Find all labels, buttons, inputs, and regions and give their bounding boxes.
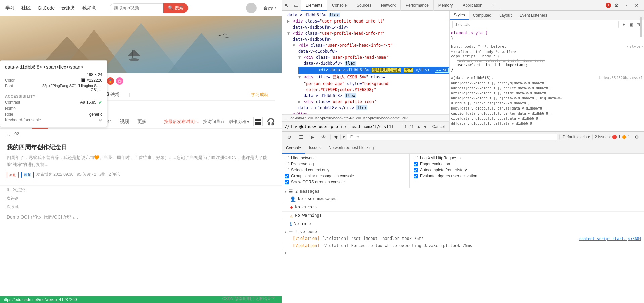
tab-sources[interactable]: Sources	[352, 0, 376, 11]
dom-node-13[interactable]: -color:#C7E9FD;color:#1E68D8;"	[298, 87, 449, 93]
console-subtab-network-blocking[interactable]: Network request blocking	[325, 142, 378, 153]
console-eye-icon[interactable]: 👁	[319, 132, 328, 142]
tooltip-font-row: Font 22px "PingFang SC", "Hiragino Sans …	[5, 84, 102, 92]
breadcrumb-ad-info[interactable]: ad-info-rr	[290, 116, 306, 120]
settings-icon[interactable]: ⚙	[612, 1, 621, 10]
styles-filter-input[interactable]	[452, 21, 619, 28]
dom-node-selected[interactable]: <div data-v-d1dbb6f8> 秦时明月之君临 天下 </div> …	[298, 67, 449, 74]
dom-node-7[interactable]: data-v-d1dbb6f8>	[293, 48, 449, 54]
search-cancel-btn[interactable]: Cancel	[430, 124, 447, 130]
dom-node-8[interactable]: ▼ <div class="user-profile-head-name"	[293, 54, 449, 60]
learn-achievement[interactable]: 学习成就	[251, 92, 268, 98]
dom-node-11[interactable]: ▼ <div title="已加入 CSDN 5年" class=	[293, 74, 449, 81]
autocomplete-checkbox[interactable]	[414, 168, 418, 172]
console-subtab-issues[interactable]: Issues	[305, 142, 325, 153]
element-state-icon[interactable]: ▣	[628, 21, 634, 28]
tab-console[interactable]: Console	[327, 0, 352, 11]
dom-node-5[interactable]: data-v-d1dbb6f8>	[287, 36, 449, 42]
filter-creation[interactable]: 创作历程 ▾	[229, 119, 249, 125]
selected-context-checkbox[interactable]	[285, 168, 289, 172]
styles-tab-event-listeners[interactable]: Event Listeners	[516, 11, 551, 20]
dom-node-4[interactable]: ▼ <div class="user-profile-head-info-rr"	[282, 30, 449, 36]
dom-tree[interactable]: data-v-d1dbb6f8> flex ▶ <div class="user…	[282, 11, 449, 114]
expand-arrow-5[interactable]: ▼	[298, 75, 301, 79]
expand-arrow-1[interactable]: ▶	[287, 19, 290, 24]
breadcrumb-head-name[interactable]: div.user-profile-head-name	[356, 116, 400, 120]
console-group-verbose[interactable]: ▶ ☰ 2 verbose	[282, 228, 644, 235]
dom-node-9[interactable]: data-v-d1dbb6f8> flex	[298, 60, 449, 67]
group-similar-checkbox[interactable]	[285, 174, 289, 178]
log-levels-select[interactable]: Default levels ▾	[559, 134, 593, 140]
expand-arrow-2[interactable]: ▼	[287, 31, 290, 36]
expand-arrow-3[interactable]: ▼	[293, 43, 295, 48]
console-clear-icon[interactable]: ⊘	[285, 132, 294, 142]
device-toggle-icon[interactable]: ▭	[291, 1, 301, 10]
console-settings-icon[interactable]: ⚙	[632, 132, 641, 142]
nav-yuanruyi[interactable]: 猿如意	[82, 5, 96, 11]
article-title[interactable]: 我的四周年创作纪念日	[7, 143, 275, 152]
styles-tab-styles[interactable]: Styles	[450, 11, 469, 20]
tab-elements[interactable]: Elements	[301, 0, 327, 11]
add-style-icon[interactable]: +	[621, 21, 627, 28]
qr-code-icon[interactable]	[253, 117, 263, 126]
dom-node-15[interactable]: ▶ <div class="user-profile-icon"	[293, 99, 449, 105]
console-play-icon[interactable]: ▶	[308, 132, 317, 142]
nav-avatar[interactable]	[246, 3, 257, 13]
breadcrumb-ellipsis[interactable]: ...	[285, 116, 288, 120]
cursor-icon[interactable]: ↖	[282, 1, 291, 10]
more-options-icon[interactable]: ⋮	[622, 1, 631, 10]
dom-node-6[interactable]: ▼ <div class="user-profile-head-info-r-t…	[287, 42, 449, 48]
dom-node-2[interactable]: ▶ <div class="user-profile-head-info-ll"	[282, 18, 449, 24]
tab-more[interactable]: 更多	[137, 115, 147, 128]
eval-trigger-checkbox[interactable]	[414, 174, 418, 178]
dom-node-16[interactable]: data-v-d1dbb6f8>…</div> flex	[293, 105, 449, 111]
dom-node-1[interactable]: data-v-d1dbb6f8> flex	[282, 12, 449, 18]
search-prev-btn[interactable]: ▲	[416, 123, 422, 130]
search-input[interactable]	[110, 3, 163, 12]
dom-node-12[interactable]: "person-code-age" style="background	[298, 81, 449, 87]
search-button[interactable]: 🔍 搜索	[163, 3, 188, 13]
log-xhr-checkbox[interactable]	[414, 156, 418, 160]
nav-learn[interactable]: 学习	[5, 5, 15, 11]
console-subtab-console[interactable]: Console	[282, 143, 305, 154]
hide-network-checkbox[interactable]	[285, 156, 289, 160]
console-filter-icon[interactable]: ☰	[296, 132, 306, 142]
nav-cloud[interactable]: 云服务	[61, 5, 75, 11]
group-expand-icon[interactable]: ▼	[285, 190, 287, 193]
dom-node-17[interactable]: </div>	[287, 111, 449, 114]
devtools-toolbar-icons: 1 ⚙ ⋮ ✕	[606, 1, 644, 10]
tab-memory[interactable]: Memory	[434, 0, 458, 11]
css-source-style[interactable]: <style>	[627, 44, 643, 50]
show-cors-checkbox[interactable]	[285, 180, 289, 184]
styles-tab-layout[interactable]: Layout	[495, 11, 516, 20]
tab-more[interactable]: »	[487, 0, 499, 11]
expand-arrow-4[interactable]: ▼	[298, 55, 301, 60]
tab-network[interactable]: Network	[376, 0, 401, 11]
preserve-log-checkbox[interactable]	[285, 162, 289, 166]
console-filter-input[interactable]	[347, 134, 557, 140]
expand-violations-row[interactable]: ▶	[282, 249, 644, 256]
styles-tab-computed[interactable]: Computed	[469, 11, 495, 20]
search-next-btn[interactable]: ▼	[422, 123, 428, 130]
tab-performance[interactable]: Performance	[401, 0, 434, 11]
nav-gitcode[interactable]: GitCode	[38, 5, 55, 11]
breadcrumb-r-t[interactable]: div.user-profile-head-info-r-t	[308, 116, 354, 120]
tab-video[interactable]: 视频	[120, 115, 129, 128]
filter-time[interactable]: 按最后发布时间↑↓	[164, 119, 199, 125]
close-devtools-icon[interactable]: ✕	[632, 1, 641, 10]
dom-node-14[interactable]: data-v-d1dbb6f8> flex	[298, 93, 449, 99]
tab-application[interactable]: Application	[458, 0, 487, 11]
dom-node-3[interactable]: data-v-d1dbb6f8>…</div>	[287, 24, 449, 30]
context-selector[interactable]: top	[330, 134, 341, 140]
nav-community[interactable]: 社区	[21, 5, 31, 11]
eager-eval-checkbox[interactable]	[414, 162, 418, 166]
violation-link-1[interactable]: content-script-start.js:5684	[579, 236, 641, 241]
console-group-messages[interactable]: ▼ ☰ 2 messages	[282, 188, 644, 195]
breadcrumb-div[interactable]: div	[402, 116, 407, 120]
filter-visits[interactable]: 按访问量↑↓	[203, 119, 225, 125]
dom-search-input[interactable]	[285, 124, 402, 129]
verbose-expand-icon[interactable]: ▶	[285, 230, 287, 234]
context-dropdown-icon[interactable]: ▾	[343, 134, 345, 139]
expand-arrow-6[interactable]: ▶	[298, 99, 301, 104]
css-source-index[interactable]: index.85f520ba.css:1	[598, 75, 643, 81]
